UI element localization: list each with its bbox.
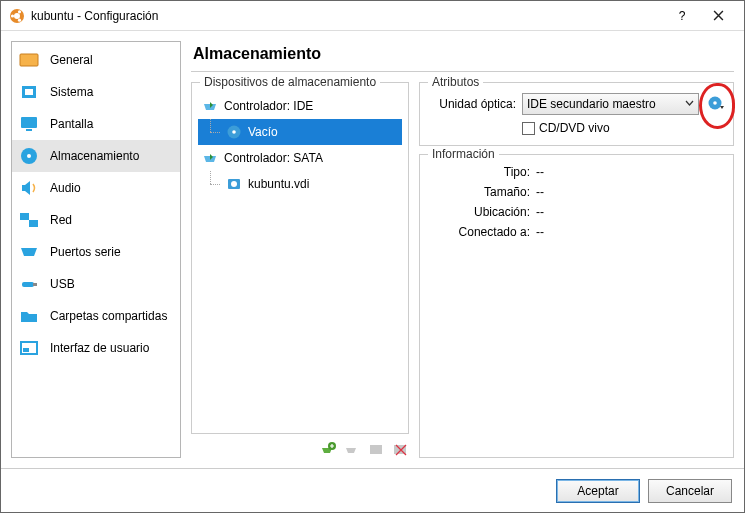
svg-rect-12 xyxy=(20,213,29,220)
sidebar-item-label: Interfaz de usuario xyxy=(50,341,149,355)
add-controller-icon[interactable] xyxy=(319,440,337,458)
tree-item-disk[interactable]: kubuntu.vdi xyxy=(198,171,402,197)
info-type-value: -- xyxy=(536,165,544,185)
svg-rect-14 xyxy=(22,282,34,287)
serial-icon xyxy=(18,242,40,262)
sidebar-item-label: General xyxy=(50,53,93,67)
cd-icon xyxy=(226,124,242,140)
remove-attachment-icon[interactable] xyxy=(391,440,409,458)
sidebar-item-label: USB xyxy=(50,277,75,291)
page-title: Almacenamiento xyxy=(191,41,734,72)
sidebar-item-storage[interactable]: Almacenamiento xyxy=(12,140,180,172)
hdd-icon xyxy=(226,176,242,192)
add-attachment-icon[interactable] xyxy=(367,440,385,458)
info-legend: Información xyxy=(428,147,499,161)
monitor-icon xyxy=(18,114,40,134)
svg-rect-15 xyxy=(33,283,37,286)
svg-rect-17 xyxy=(23,348,29,352)
svg-rect-8 xyxy=(21,117,37,128)
live-cd-checkbox[interactable]: CD/DVD vivo xyxy=(522,121,610,135)
svg-rect-9 xyxy=(26,129,32,131)
chip-icon xyxy=(18,82,40,102)
optical-drive-select[interactable]: IDE secundario maestro xyxy=(522,93,699,115)
sidebar-item-label: Almacenamiento xyxy=(50,149,139,163)
disk-icon xyxy=(18,146,40,166)
controller-icon xyxy=(202,98,218,114)
sidebar-item-shared-folders[interactable]: Carpetas compartidas xyxy=(12,300,180,332)
svg-point-1 xyxy=(14,13,20,19)
sidebar-item-ui[interactable]: Interfaz de usuario xyxy=(12,332,180,364)
info-location-label: Ubicación: xyxy=(426,205,536,225)
chevron-down-icon xyxy=(685,97,694,111)
close-button[interactable] xyxy=(700,2,736,30)
general-icon xyxy=(18,50,40,70)
info-connected-label: Conectado a: xyxy=(426,225,536,245)
sidebar-item-label: Puertos serie xyxy=(50,245,121,259)
storage-legend: Dispositivos de almacenamiento xyxy=(200,75,380,89)
optical-drive-label: Unidad óptica: xyxy=(426,97,516,111)
info-type-label: Tipo: xyxy=(426,165,536,185)
sidebar-item-usb[interactable]: USB xyxy=(12,268,180,300)
app-icon xyxy=(9,8,25,24)
svg-point-4 xyxy=(18,18,21,21)
svg-point-19 xyxy=(232,130,236,134)
svg-rect-5 xyxy=(20,54,38,66)
svg-point-21 xyxy=(231,181,237,187)
info-location-value: -- xyxy=(536,205,544,225)
window-title: kubuntu - Configuración xyxy=(31,9,664,23)
sidebar-item-label: Carpetas compartidas xyxy=(50,309,167,323)
controller-sata[interactable]: Controlador: SATA xyxy=(198,145,402,171)
sidebar-item-system[interactable]: Sistema xyxy=(12,76,180,108)
sidebar-item-label: Audio xyxy=(50,181,81,195)
sidebar-item-label: Red xyxy=(50,213,72,227)
choose-disk-button[interactable] xyxy=(705,93,727,115)
sidebar: General Sistema Pantalla Almacenamiento … xyxy=(11,41,181,458)
controller-ide[interactable]: Controlador: IDE xyxy=(198,93,402,119)
svg-point-11 xyxy=(27,154,31,158)
cancel-button[interactable]: Cancelar xyxy=(648,479,732,503)
sidebar-item-audio[interactable]: Audio xyxy=(12,172,180,204)
svg-point-26 xyxy=(713,101,717,105)
sidebar-item-serial[interactable]: Puertos serie xyxy=(12,236,180,268)
usb-icon xyxy=(18,274,40,294)
svg-rect-23 xyxy=(370,445,382,454)
info-size-label: Tamaño: xyxy=(426,185,536,205)
sidebar-item-network[interactable]: Red xyxy=(12,204,180,236)
attributes-legend: Atributos xyxy=(428,75,483,89)
tree-item-empty[interactable]: Vacío xyxy=(198,119,402,145)
svg-point-2 xyxy=(11,14,14,17)
sidebar-item-label: Sistema xyxy=(50,85,93,99)
network-icon xyxy=(18,210,40,230)
help-button[interactable]: ? xyxy=(664,2,700,30)
info-connected-value: -- xyxy=(536,225,544,245)
folder-icon xyxy=(18,306,40,326)
storage-tree: Controlador: IDE Vacío Controlador: SATA xyxy=(198,93,402,427)
remove-controller-icon[interactable] xyxy=(343,440,361,458)
ui-icon xyxy=(18,338,40,358)
svg-rect-7 xyxy=(25,89,33,95)
sidebar-item-display[interactable]: Pantalla xyxy=(12,108,180,140)
speaker-icon xyxy=(18,178,40,198)
storage-toolbar xyxy=(191,434,409,458)
controller-icon xyxy=(202,150,218,166)
sidebar-item-label: Pantalla xyxy=(50,117,93,131)
accept-button[interactable]: Aceptar xyxy=(556,479,640,503)
svg-rect-13 xyxy=(29,220,38,227)
svg-point-3 xyxy=(18,10,21,13)
titlebar: kubuntu - Configuración ? xyxy=(1,1,744,31)
info-size-value: -- xyxy=(536,185,544,205)
sidebar-item-general[interactable]: General xyxy=(12,44,180,76)
